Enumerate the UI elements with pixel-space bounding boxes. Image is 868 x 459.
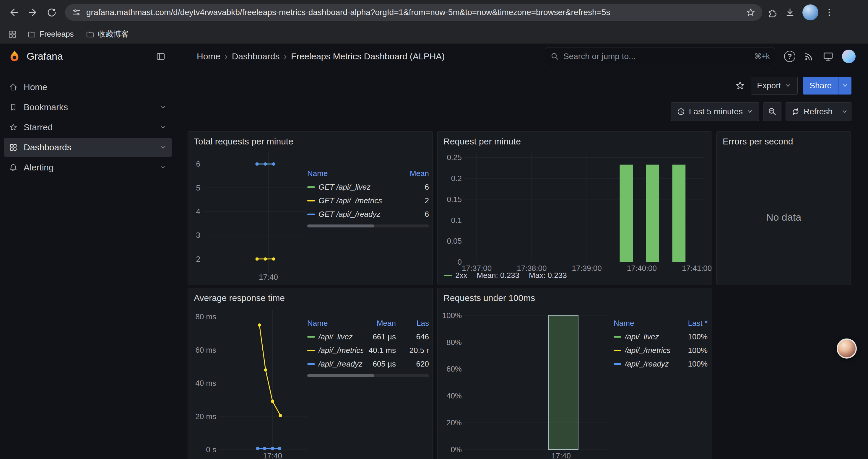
zoom-out-button[interactable]	[763, 102, 781, 121]
sidebar-item-home[interactable]: Home	[4, 77, 172, 97]
search-input-box[interactable]: ⌘+k	[545, 47, 775, 65]
url-text[interactable]: grafana.mathmast.com/d/deytv4rwavabkb/fr…	[86, 8, 741, 17]
legend-row[interactable]: /api/_/readyz100%	[614, 357, 708, 371]
series-name: /api/_livez	[625, 332, 659, 341]
brand-name[interactable]: Grafana	[27, 51, 63, 62]
forward-icon	[28, 7, 38, 18]
site-settings-icon[interactable]	[71, 7, 82, 18]
sidebar-nav: HomeBookmarksStarredDashboardsAlerting	[0, 69, 176, 459]
series-value: 40.1 ms	[363, 346, 396, 355]
share-menu-button[interactable]	[838, 77, 851, 95]
svg-text:0.25: 0.25	[447, 153, 462, 162]
monitor-icon[interactable]	[823, 51, 834, 62]
reload-button[interactable]	[43, 4, 60, 21]
series-value: 661 µs	[363, 332, 396, 341]
search-shortcut: ⌘+k	[754, 52, 770, 61]
search-input[interactable]	[563, 52, 750, 61]
bar-chart: 100%80%60%40%20%0%17:40	[442, 304, 610, 459]
share-label: Share	[809, 81, 832, 90]
panel-legend: 2xx Mean: 0.233 Max: 0.233	[444, 271, 567, 280]
series-name: GET /api/_/metrics	[318, 196, 382, 205]
chevron-down-icon[interactable]	[159, 143, 167, 151]
line-chart: 6543217:40	[192, 148, 310, 281]
chevron-down-icon[interactable]	[159, 124, 167, 131]
scrollbar-thumb[interactable]	[307, 225, 374, 227]
assistant-avatar[interactable]	[837, 338, 857, 359]
refresh-icon	[791, 107, 800, 116]
sidebar-item-alerting[interactable]: Alerting	[4, 158, 172, 177]
legend-row[interactable]: GET /api/_/readyz6	[307, 207, 429, 221]
sidebar-item-bookmarks[interactable]: Bookmarks	[4, 97, 172, 117]
apps-grid-icon[interactable]	[8, 30, 17, 39]
panel-title[interactable]: Average response time	[188, 288, 433, 303]
sidebar-item-dashboards[interactable]: Dashboards	[4, 138, 172, 157]
legend-column-name[interactable]: Name	[307, 169, 396, 178]
legend-scrollbar[interactable]	[307, 374, 429, 377]
browser-profile-avatar[interactable]	[802, 4, 818, 21]
legend-column-las[interactable]: Las	[396, 319, 429, 328]
panel-title[interactable]: Errors per second	[717, 132, 850, 146]
legend-row[interactable]: /api/_livez661 µs646	[307, 330, 429, 343]
legend-row[interactable]: /api/_/readyz605 µs620	[307, 357, 429, 371]
refresh-button[interactable]: Refresh	[786, 102, 838, 121]
breadcrumb-item[interactable]: Dashboards	[232, 52, 280, 61]
zoom-out-icon	[768, 107, 777, 117]
share-button[interactable]: Share	[803, 77, 838, 95]
svg-text:4: 4	[196, 207, 200, 216]
legend-column-name[interactable]: Name	[614, 319, 675, 328]
refresh-split-button: Refresh	[785, 102, 851, 121]
breadcrumb-item[interactable]: Freeleaps Metrics Dashboard (ALPHA)	[291, 52, 445, 61]
scrollbar-thumb[interactable]	[307, 374, 374, 377]
no-data-message: No data	[717, 150, 850, 285]
header-icons: ?	[775, 50, 868, 63]
bookmark-item[interactable]: 收藏博客	[86, 29, 129, 39]
series-value: 605 µs	[363, 359, 396, 369]
series-swatch	[614, 350, 621, 351]
bookmark-item[interactable]: Freeleaps	[27, 29, 74, 39]
help-button[interactable]: ?	[784, 51, 795, 62]
chevron-down-icon[interactable]	[159, 103, 167, 111]
bookmark-label: Freeleaps	[39, 30, 74, 39]
legend-row[interactable]: GET /api/_/metrics2	[307, 194, 429, 207]
time-range-picker[interactable]: Last 5 minutes	[671, 102, 759, 121]
browser-menu-icon[interactable]	[824, 7, 834, 18]
url-bar[interactable]: grafana.mathmast.com/d/deytv4rwavabkb/fr…	[65, 4, 762, 21]
export-button[interactable]: Export	[751, 77, 798, 95]
legend-column-last-[interactable]: Last *	[675, 319, 708, 328]
svg-text:0.1: 0.1	[451, 216, 462, 225]
refresh-interval-button[interactable]	[838, 102, 851, 121]
svg-text:17:40: 17:40	[259, 273, 278, 282]
sidebar-item-label: Home	[24, 82, 47, 92]
grafana-logo[interactable]	[8, 50, 21, 63]
extensions-icon[interactable]	[767, 7, 778, 18]
user-avatar[interactable]	[842, 50, 856, 63]
svg-text:0.2: 0.2	[451, 174, 462, 183]
legend-row[interactable]: /api/_livez100%	[614, 330, 708, 343]
legend-row[interactable]: GET /api/_livez6	[307, 180, 429, 194]
back-button[interactable]	[5, 4, 23, 21]
legend-row[interactable]: /api/_/metrics100%	[614, 343, 708, 357]
sidebar-item-starred[interactable]: Starred	[4, 118, 172, 137]
bookmark-star-icon[interactable]	[746, 7, 756, 18]
legend-scrollbar[interactable]	[307, 225, 429, 227]
sidebar-item-label: Bookmarks	[24, 102, 68, 112]
legend-column-name[interactable]: Name	[307, 319, 363, 328]
chevron-down-icon[interactable]	[159, 164, 167, 171]
sidebar-toggle-button[interactable]	[155, 51, 166, 62]
favorite-star-button[interactable]	[735, 80, 745, 91]
legend-header: NameLast *	[614, 316, 708, 330]
downloads-button[interactable]	[783, 4, 797, 21]
legend-column-mean[interactable]: Mean	[396, 169, 429, 178]
bookmarks-list: Freeleaps收藏博客	[27, 29, 129, 39]
breadcrumb-item[interactable]: Home	[197, 52, 220, 61]
legend-column-mean[interactable]: Mean	[363, 319, 396, 328]
legend-row[interactable]: /api/_/metrics40.1 ms20.5 r	[307, 343, 429, 357]
panel-title[interactable]: Requests under 100ms	[438, 288, 712, 303]
svg-text:0%: 0%	[451, 445, 462, 454]
forward-button[interactable]	[24, 4, 41, 21]
series-label: 2xx	[455, 271, 467, 280]
panel-title[interactable]: Request per minute	[438, 132, 712, 146]
panel-title[interactable]: Total requests per minute	[188, 132, 433, 146]
rss-icon[interactable]	[804, 51, 814, 62]
legend-series[interactable]: 2xx	[444, 271, 467, 280]
